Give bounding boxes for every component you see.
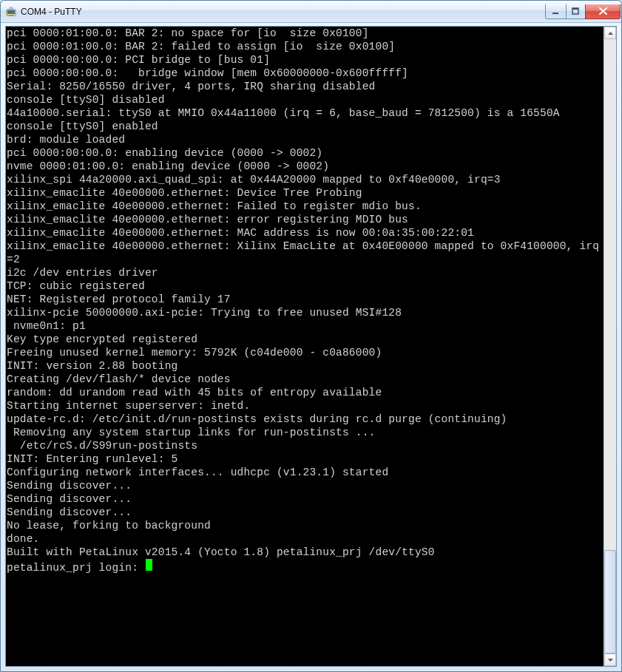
prompt-text: petalinux_prj login: bbox=[7, 561, 145, 574]
terminal-line: console [ttyS0] enabled bbox=[7, 120, 604, 133]
terminal-line: pci 0000:00:00.0: enabling device (0000 … bbox=[7, 146, 604, 160]
terminal-line: nvme 0000:01:00.0: enabling device (0000… bbox=[7, 160, 604, 173]
terminal-line: NET: Registered protocol family 17 bbox=[7, 293, 604, 306]
terminal-line: pci 0000:01:00.0: BAR 2: no space for [i… bbox=[7, 27, 604, 40]
scrollbar-track[interactable] bbox=[604, 39, 616, 654]
chevron-up-icon bbox=[608, 32, 613, 35]
terminal-line: xilinx_emaclite 40e00000.ethernet: MAC a… bbox=[7, 226, 604, 240]
terminal-line: Sending discover... bbox=[7, 506, 604, 519]
terminal-line: No lease, forking to background bbox=[7, 519, 604, 532]
terminal-line: Removing any system startup links for ru… bbox=[7, 426, 604, 439]
terminal-line: INIT: Entering runlevel: 5 bbox=[7, 452, 604, 466]
terminal-line: pci 0000:00:00.0: bridge window [mem 0x6… bbox=[7, 67, 604, 80]
terminal-line: random: dd urandom read with 45 bits of … bbox=[7, 386, 604, 399]
terminal-line: console [ttyS0] disabled bbox=[7, 93, 604, 106]
window-title: COM4 - PuTTY bbox=[21, 7, 546, 17]
login-prompt[interactable]: petalinux_prj login: bbox=[7, 559, 604, 574]
terminal-output: pci 0000:01:00.0: BAR 2: no space for [i… bbox=[6, 27, 604, 574]
terminal-line: nvme0n1: p1 bbox=[7, 319, 604, 333]
close-button[interactable] bbox=[585, 4, 621, 19]
cursor bbox=[146, 559, 152, 571]
terminal-line: Key type encrypted registered bbox=[7, 333, 604, 346]
terminal-line: Sending discover... bbox=[7, 479, 604, 492]
terminal-line: pci 0000:01:00.0: BAR 2: failed to assig… bbox=[7, 40, 604, 53]
minimize-button[interactable] bbox=[545, 4, 567, 19]
terminal-line: /etc/rcS.d/S99run-postinsts bbox=[7, 439, 604, 452]
terminal-viewport[interactable]: pci 0000:01:00.0: BAR 2: no space for [i… bbox=[6, 27, 604, 666]
terminal-line: xilinx-pcie 50000000.axi-pcie: Trying to… bbox=[7, 306, 604, 319]
terminal-line: update-rc.d: /etc/init.d/run-postinsts e… bbox=[7, 413, 604, 426]
terminal-line: brd: module loaded bbox=[7, 133, 604, 146]
svg-rect-4 bbox=[552, 13, 558, 14]
terminal-line: Configuring network interfaces... udhcpc… bbox=[7, 466, 604, 479]
scrollbar-thumb[interactable] bbox=[604, 550, 616, 654]
minimize-icon bbox=[552, 7, 560, 16]
terminal-line: 44a10000.serial: ttyS0 at MMIO 0x44a1100… bbox=[7, 106, 604, 120]
terminal-line: pci 0000:00:00.0: PCI bridge to [bus 01] bbox=[7, 53, 604, 67]
terminal-line: xilinx_spi 44a20000.axi_quad_spi: at 0x4… bbox=[7, 173, 604, 186]
terminal-line: Freeing unused kernel memory: 5792K (c04… bbox=[7, 346, 604, 359]
terminal-line: xilinx_emaclite 40e00000.ethernet: Devic… bbox=[7, 186, 604, 200]
scroll-up-button[interactable] bbox=[604, 27, 616, 39]
terminal-line: INIT: version 2.88 booting bbox=[7, 359, 604, 373]
terminal-line: Sending discover... bbox=[7, 492, 604, 506]
terminal-line: Starting internet superserver: inetd. bbox=[7, 399, 604, 413]
chevron-down-icon bbox=[608, 659, 613, 662]
client-area: pci 0000:01:00.0: BAR 2: no space for [i… bbox=[5, 26, 617, 667]
svg-rect-2 bbox=[10, 7, 13, 10]
svg-rect-6 bbox=[572, 8, 578, 10]
terminal-line: Creating /dev/flash/* device nodes bbox=[7, 373, 604, 386]
putty-icon bbox=[5, 6, 17, 18]
titlebar[interactable]: COM4 - PuTTY bbox=[1, 1, 621, 23]
scroll-down-button[interactable] bbox=[604, 654, 616, 666]
terminal-line: done. bbox=[7, 532, 604, 546]
terminal-line: TCP: cubic registered bbox=[7, 279, 604, 293]
svg-rect-1 bbox=[7, 10, 15, 14]
close-icon bbox=[598, 7, 608, 16]
terminal-line: xilinx_emaclite 40e00000.ethernet: error… bbox=[7, 213, 604, 226]
maximize-button[interactable] bbox=[566, 4, 586, 19]
terminal-line: xilinx_emaclite 40e00000.ethernet: Xilin… bbox=[7, 240, 604, 266]
terminal-line: Serial: 8250/16550 driver, 4 ports, IRQ … bbox=[7, 80, 604, 93]
maximize-icon bbox=[572, 7, 580, 16]
putty-window: COM4 - PuTTY pci 0000:01:00.0: BAR 2: no… bbox=[0, 0, 622, 672]
window-controls bbox=[546, 1, 621, 22]
vertical-scrollbar[interactable] bbox=[604, 27, 616, 666]
terminal-line: Built with PetaLinux v2015.4 (Yocto 1.8)… bbox=[7, 546, 604, 559]
terminal-line: i2c /dev entries driver bbox=[7, 266, 604, 279]
terminal-line: xilinx_emaclite 40e00000.ethernet: Faile… bbox=[7, 200, 604, 213]
